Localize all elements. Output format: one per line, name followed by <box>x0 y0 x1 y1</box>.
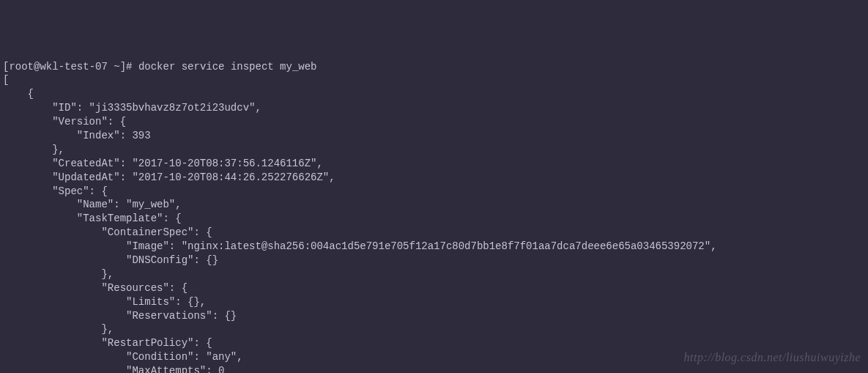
json-line: "MaxAttempts": 0 <box>3 365 224 373</box>
json-line: "CreatedAt": "2017-10-20T08:37:56.124611… <box>3 158 323 169</box>
prompt-symbol: # <box>126 61 132 73</box>
json-line: "Version": { <box>3 116 126 128</box>
prompt-path: ~ <box>114 61 119 73</box>
json-line: "Name": "my_web", <box>3 199 182 210</box>
prompt-line: [root@wkl-test-07 ~]# docker service ins… <box>3 61 317 73</box>
json-line: "Spec": { <box>3 185 108 197</box>
command-text: docker service inspect my_web <box>138 61 317 73</box>
json-line: }, <box>3 323 114 335</box>
prompt-host: wkl-test-07 <box>40 61 107 73</box>
watermark-text: http://blog.csdn.net/liushuiwuyizhe <box>684 350 861 366</box>
json-line: }, <box>3 268 114 280</box>
json-line: "ID": "ji3335bvhavz8z7ot2i23udcv", <box>3 102 261 114</box>
prompt-user: root <box>9 61 34 73</box>
json-line: "UpdatedAt": "2017-10-20T08:44:26.252276… <box>3 171 335 183</box>
json-line: "Image": "nginx:latest@sha256:004ac1d5e7… <box>3 240 717 252</box>
json-line: }, <box>3 144 64 155</box>
json-line: "Limits": {}, <box>3 296 206 308</box>
json-line: "RestartPolicy": { <box>3 337 212 349</box>
json-line: "ContainerSpec": { <box>3 226 212 238</box>
json-line: "Condition": "any", <box>3 351 243 363</box>
json-line: "TaskTemplate": { <box>3 213 182 224</box>
json-line: "Index": 393 <box>3 130 151 141</box>
json-line: [ <box>3 74 9 86</box>
json-line: "Resources": { <box>3 282 188 294</box>
json-line: { <box>3 88 34 100</box>
terminal-output: [root@wkl-test-07 ~]# docker service ins… <box>3 60 865 373</box>
json-line: "Reservations": {} <box>3 310 237 322</box>
json-line: "DNSConfig": {} <box>3 254 218 266</box>
